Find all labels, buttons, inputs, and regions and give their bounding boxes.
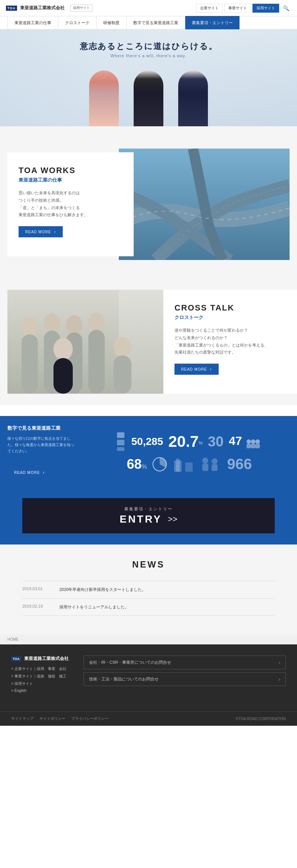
entry-label: 募集要項・エントリー xyxy=(22,506,275,512)
footer-contact-text-1: 会社・IR・CSR・事業所についてのお問合せ xyxy=(89,660,171,665)
footer-link-english[interactable]: English xyxy=(11,689,69,693)
svg-point-19 xyxy=(247,439,251,444)
footer-main: TOA 東亜道路工業株式会社 企業サイト｜採用 事業 会社 事業サイト｜道路 舗… xyxy=(0,644,297,711)
svg-point-31 xyxy=(212,458,218,464)
sub-nav-numbers[interactable]: 数字で見る東亜道路工業 xyxy=(127,16,185,29)
stat-207-unit: % xyxy=(199,440,203,446)
footer-contact-item-1[interactable]: 会社・IR・CSR・事業所についてのお問合せ › xyxy=(84,656,286,669)
crosstalk-read-more-button[interactable]: READ MORE › xyxy=(174,364,219,375)
svg-rect-27 xyxy=(176,459,180,472)
footer-policy[interactable]: サイトポリシー xyxy=(39,716,65,721)
sub-nav: 東亜道路工業の仕事 クロストーク 研修制度 数字で見る東亜道路工業 募集要項・エ… xyxy=(0,16,297,30)
footer-top: TOA 東亜道路工業株式会社 企業サイト｜採用 事業 会社 事業サイト｜道路 舗… xyxy=(11,656,286,695)
footer-contact-item-2[interactable]: 技術・工法・製品についてのお問合せ › xyxy=(84,672,286,686)
header: TOA 東亜道路工業株式会社 採用サイト 企業サイト 事業サイト 採用サイト 🔍 xyxy=(0,0,297,16)
footer-privacy[interactable]: プライバシーポリシー xyxy=(71,716,108,721)
numbers-read-more-button[interactable]: READ MORE › xyxy=(7,467,52,478)
works-read-more-label: READ MORE xyxy=(25,230,51,234)
footer-contact-arrow-1: › xyxy=(279,660,280,665)
numbers-icons xyxy=(115,430,126,453)
footer-sitemap[interactable]: サイトマップ xyxy=(11,716,33,721)
people-icon-svg xyxy=(245,438,264,449)
footer-link-corporate[interactable]: 企業サイト｜採用 事業 会社 xyxy=(11,666,69,672)
svg-rect-30 xyxy=(202,464,208,471)
hero-section: 意志あるところに道はひらける。 Where there's a will, th… xyxy=(0,30,297,126)
numbers-row-1: 50,285 20.7% 30 47 xyxy=(89,430,290,453)
header-logo: TOA 東亜道路工業株式会社 採用サイト xyxy=(6,4,196,12)
crosstalk-title-ja: クロストーク xyxy=(174,314,286,321)
entry-button[interactable]: 募集要項・エントリー ENTRY >> xyxy=(22,498,275,533)
svg-rect-13 xyxy=(53,358,73,394)
toa-logo: TOA xyxy=(6,6,17,11)
person-3 xyxy=(171,67,215,126)
person-3-figure xyxy=(178,71,208,126)
svg-point-12 xyxy=(53,338,73,360)
hero-title-en: Where there's a will, there's a way. xyxy=(0,53,297,58)
footer-breadcrumb: HOME xyxy=(0,634,297,644)
recruit-badge[interactable]: 採用サイト xyxy=(71,4,92,12)
footer-bottom-links: サイトマップ サイトポリシー プライバシーポリシー xyxy=(11,716,108,721)
sub-nav-entry[interactable]: 募集要項・エントリー xyxy=(185,16,240,29)
person-1 xyxy=(82,67,126,126)
footer-toa-logo: TOA xyxy=(11,656,21,661)
search-icon[interactable]: 🔍 xyxy=(281,3,291,13)
sub-nav-training[interactable]: 研修制度 xyxy=(97,16,127,29)
crosstalk-section: CROSS TALK クロストーク 道や景観をつくることで何が変わるか？どんな未… xyxy=(0,279,297,405)
nav-item-business[interactable]: 事業サイト xyxy=(224,4,251,13)
icons-svg xyxy=(115,430,126,453)
gap-1 xyxy=(0,267,297,279)
svg-point-10 xyxy=(88,313,105,332)
nav-item-corporate[interactable]: 企業サイト xyxy=(196,4,223,13)
footer-links: 企業サイト｜採用 事業 会社 事業サイト｜道路 舗装 施工 採用サイト Engl… xyxy=(11,666,69,693)
hero-title-ja: 意志あるところに道はひらける。 xyxy=(0,41,297,52)
svg-rect-32 xyxy=(212,464,218,471)
svg-point-8 xyxy=(66,315,82,335)
footer-logo-box: TOA 東亜道路工業株式会社 xyxy=(11,656,69,662)
svg-rect-23 xyxy=(251,444,255,448)
works-read-more-button[interactable]: READ MORE › xyxy=(19,226,63,237)
works-card: TOA WORKS 東亜道路工業の仕事 思い描いた未来を具現化するのはつくり手の… xyxy=(7,152,134,256)
news-title: NEWS xyxy=(22,559,275,570)
crosstalk-image xyxy=(7,290,163,394)
header-nav: 企業サイト 事業サイト 採用サイト 🔍 xyxy=(196,3,291,13)
news-item-1[interactable]: 2019.03.01 2020年卒者向け新卒採用をスタートしました。 xyxy=(22,581,275,599)
stat-30-value: 30 xyxy=(208,434,223,449)
footer-contact-text-2: 技術・工法・製品についてのお問合せ xyxy=(89,676,159,682)
crosstalk-read-more-label: READ MORE xyxy=(181,367,207,371)
footer-contact: 会社・IR・CSR・事業所についてのお問合せ › 技術・工法・製品についてのお問… xyxy=(84,656,286,695)
hero-people xyxy=(0,59,297,126)
news-date-2: 2019.02.19 xyxy=(22,604,52,608)
svg-rect-5 xyxy=(22,334,38,394)
hero-content: 意志あるところに道はひらける。 Where there's a will, th… xyxy=(0,41,297,58)
news-inner: NEWS 2019.03.01 2020年卒者向け新卒採用をスタートしました。 … xyxy=(22,559,275,616)
road-svg xyxy=(119,149,290,260)
sub-nav-works[interactable]: 東亜道路工業の仕事 xyxy=(7,16,58,29)
spacer-1 xyxy=(0,126,297,141)
stat-68-unit: % xyxy=(142,464,147,470)
stat-68: 68% xyxy=(127,456,147,472)
footer-contact-arrow-2: › xyxy=(279,677,280,682)
stat-50285-value: 50,285 xyxy=(131,436,163,447)
numbers-read-more-arrow: › xyxy=(43,470,45,475)
svg-rect-11 xyxy=(88,330,105,394)
works-inner: TOA WORKS 東亜道路工業の仕事 思い描いた未来を具現化するのはつくり手の… xyxy=(7,152,290,256)
footer-link-business[interactable]: 事業サイト｜道路 舗装 施工 xyxy=(11,674,69,679)
entry-title: ENTRY xyxy=(120,513,162,525)
footer-link-recruit[interactable]: 採用サイト xyxy=(11,681,69,686)
crosstalk-card: CROSS TALK クロストーク 道や景観をつくることで何が変わるか？どんな未… xyxy=(163,290,297,394)
sub-nav-crosstalk[interactable]: クロストーク xyxy=(58,16,97,29)
svg-point-4 xyxy=(22,317,38,337)
svg-rect-17 xyxy=(117,440,124,445)
news-item-2[interactable]: 2019.02.19 採用サイトをリニューアルしました。 xyxy=(22,599,275,616)
stat-68-value: 68 xyxy=(127,456,141,472)
works-section: TOA WORKS 東亜道路工業の仕事 思い描いた未来を具現化するのはつくり手の… xyxy=(0,141,297,267)
nav-item-recruit[interactable]: 採用サイト xyxy=(252,4,279,13)
numbers-section-description: 様々な切り口の数字に焦点を当てました。様々な角度から東亜道路工業を知ってください… xyxy=(7,435,74,454)
footer-copyright: ©TOA ROAD CORPORATION xyxy=(236,717,286,721)
numbers-read-more-label: READ MORE xyxy=(14,471,40,475)
stat-207: 20.7% xyxy=(168,433,202,451)
group-photo xyxy=(7,290,163,394)
news-text-1: 2020年卒者向け新卒採用をスタートしました。 xyxy=(59,586,275,593)
person-2-figure xyxy=(134,71,163,126)
numbers-left: 数字で見る東亜道路工業 様々な切り口の数字に焦点を当てました。様々な角度から東亜… xyxy=(0,416,82,487)
